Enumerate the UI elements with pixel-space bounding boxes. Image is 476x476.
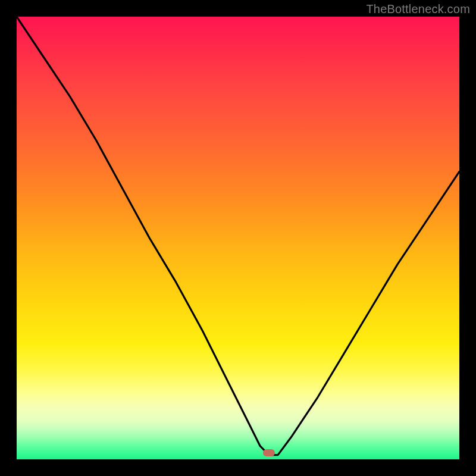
chart-frame: TheBottleneck.com — [0, 0, 476, 476]
watermark-text: TheBottleneck.com — [366, 2, 470, 16]
optimum-marker — [263, 449, 275, 456]
plot-area — [17, 17, 459, 459]
bottleneck-curve — [17, 17, 459, 459]
